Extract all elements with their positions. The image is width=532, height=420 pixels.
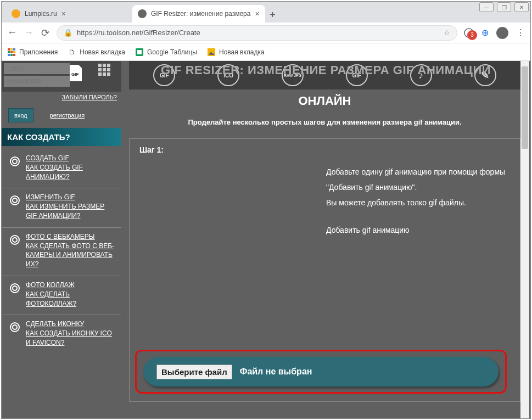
reload-button[interactable]: ⟳ — [40, 27, 50, 39]
password-input[interactable] — [4, 76, 70, 87]
window-controls: — ❐ ✕ — [479, 2, 529, 12]
bookmark-sheets[interactable]: Google Таблицы — [135, 48, 197, 57]
bookmark-label: Новая вкладка — [80, 48, 125, 56]
new-tab-button[interactable]: + — [265, 7, 281, 23]
forgot-password-link[interactable]: ЗАБЫЛИ ПАРОЛЬ? — [2, 92, 121, 103]
sidebar-list: СОЗДАТЬ GIFКАК СОЗДАТЬ GIF АНИМАЦИЮ? ИЗМ… — [2, 146, 121, 357]
login-input[interactable] — [4, 63, 70, 74]
bookmark-label: Приложения — [19, 48, 58, 56]
scrollbar[interactable] — [520, 61, 529, 418]
forward-button[interactable]: → — [24, 27, 33, 38]
extension-icon[interactable]: 3 — [464, 28, 474, 38]
sidebar-item-webcam[interactable]: ФОТО С ВЕБКАМЕРЫКАК СДЕЛАТЬ ФОТО С ВЕБ-К… — [2, 228, 121, 276]
login-box: GIF — [2, 61, 121, 92]
svg-rect-3 — [13, 48, 15, 51]
profile-avatar[interactable] — [496, 27, 508, 39]
svg-rect-21 — [98, 72, 102, 76]
bookmark-apps[interactable]: Приложения — [7, 48, 58, 57]
tab-bar: Lumpics.ru × GIF Resizer: изменение разм… — [2, 2, 530, 23]
sidebar: GIF ЗАБЫЛИ ПАРОЛЬ? вход регистрация КАК … — [2, 61, 121, 418]
svg-point-28 — [10, 236, 19, 244]
svg-rect-19 — [103, 68, 106, 71]
back-button[interactable]: ← — [7, 27, 17, 38]
svg-point-33 — [13, 325, 17, 329]
svg-point-30 — [10, 284, 19, 293]
sheets-icon — [135, 48, 144, 57]
svg-rect-6 — [13, 51, 15, 53]
page-subtitle: Проделайте несколько простых шагов для и… — [129, 118, 520, 126]
star-icon[interactable]: ☆ — [444, 29, 450, 37]
spiral-icon — [9, 234, 20, 245]
bookmark-label: Новая вкладка — [219, 48, 265, 56]
file-upload[interactable]: Выберите файл Файл не выбран — [143, 357, 499, 387]
sidebar-item-create-gif[interactable]: СОЗДАТЬ GIFКАК СОЗДАТЬ GIF АНИМАЦИЮ? — [2, 149, 121, 188]
spiral-icon — [9, 283, 20, 294]
maximize-button[interactable]: ❐ — [497, 2, 511, 12]
svg-rect-7 — [8, 54, 10, 56]
browser-tab-lumpics[interactable]: Lumpics.ru × — [6, 5, 132, 23]
svg-point-25 — [13, 159, 17, 164]
no-file-label: Файл не выбран — [240, 367, 312, 377]
spiral-icon — [9, 156, 20, 167]
close-tab-icon[interactable]: × — [255, 9, 259, 18]
page-bg-title: GIF RESIZER: ИЗМЕНЕНИЕ РАЗМЕРА GIF АНИМА… — [121, 63, 530, 77]
tab-title: GIF Resizer: изменение размера — [151, 10, 250, 18]
address-bar: ← → ⟳ 🔒 https://ru.toolson.net/GifResize… — [2, 23, 530, 43]
url-text: https://ru.toolson.net/GifResizer/Create — [77, 29, 200, 37]
svg-rect-8 — [10, 54, 13, 56]
main-content: GIF RESIZER: ИЗМЕНЕНИЕ РАЗМЕРА GIF АНИМА… — [121, 61, 530, 418]
grid-icon — [98, 64, 114, 79]
step-instructions: Добавьте одину gif анимацию при помощи ф… — [326, 164, 510, 238]
spiral-icon — [9, 195, 20, 206]
step-heading: Шаг 1: — [139, 145, 510, 154]
page-title-online: ОНЛАЙН — [129, 94, 520, 108]
svg-rect-2 — [10, 48, 13, 51]
svg-rect-4 — [8, 51, 10, 53]
register-link[interactable]: регистрация — [50, 108, 85, 122]
svg-rect-20 — [107, 68, 110, 71]
svg-rect-9 — [13, 54, 15, 56]
minimize-button[interactable]: — — [479, 2, 494, 12]
svg-rect-18 — [98, 68, 102, 71]
page-viewport: GIF ЗАБЫЛИ ПАРОЛЬ? вход регистрация КАК … — [2, 61, 530, 418]
login-button[interactable]: вход — [8, 108, 33, 122]
svg-point-27 — [13, 198, 17, 203]
svg-point-29 — [13, 238, 17, 242]
svg-rect-15 — [98, 64, 102, 67]
favicon-icon — [12, 9, 20, 18]
bookmark-label: Google Таблицы — [147, 48, 197, 56]
close-tab-icon[interactable]: × — [61, 9, 66, 18]
favicon-icon — [138, 9, 147, 18]
svg-rect-22 — [103, 72, 106, 76]
step1-box: Шаг 1: Добавьте одину gif анимацию при п… — [129, 138, 520, 402]
upload-highlight: Выберите файл Файл не выбран — [135, 350, 507, 394]
globe-icon[interactable]: ⊕ — [481, 27, 489, 38]
sidebar-header: КАК СОЗДАТЬ? — [2, 128, 121, 146]
tab-title: Lumpics.ru — [25, 10, 57, 18]
svg-rect-23 — [107, 72, 110, 76]
sidebar-item-collage[interactable]: ФОТО КОЛЛАЖКАК СДЕЛАТЬ ФОТОКОЛЛАЖ? — [2, 276, 121, 315]
scrollbar-thumb[interactable] — [522, 66, 528, 149]
svg-point-31 — [13, 286, 17, 290]
sidebar-item-icon[interactable]: СДЕЛАТЬ ИКОНКУКАК СОЗДАТЬ ИКОНКУ ICO И F… — [2, 315, 121, 354]
image-icon — [207, 48, 216, 57]
svg-rect-11 — [137, 50, 142, 54]
svg-rect-5 — [10, 51, 13, 53]
close-window-button[interactable]: ✕ — [514, 2, 529, 12]
bookmark-newtab2[interactable]: Новая вкладка — [207, 48, 265, 57]
svg-rect-16 — [103, 64, 106, 67]
sidebar-item-resize-gif[interactable]: ИЗМЕНИТЬ GIFКАК ИЗМЕНИТЬ РАЗМЕР GIF АНИМ… — [2, 188, 121, 227]
page-icon: 🗋 — [68, 48, 76, 57]
lock-icon: 🔒 — [64, 29, 72, 37]
browser-tab-gifresizer[interactable]: GIF Resizer: изменение размера × — [132, 5, 265, 23]
svg-point-24 — [10, 157, 19, 166]
spiral-icon — [9, 322, 20, 333]
svg-rect-1 — [8, 48, 10, 51]
menu-icon[interactable]: ⋮ — [516, 27, 525, 38]
svg-point-26 — [10, 196, 19, 205]
url-input[interactable]: 🔒 https://ru.toolson.net/GifResizer/Crea… — [57, 25, 457, 41]
svg-text:GIF: GIF — [71, 72, 79, 77]
choose-file-button[interactable]: Выберите файл — [156, 365, 232, 379]
svg-rect-17 — [107, 64, 110, 67]
bookmark-newtab1[interactable]: 🗋 Новая вкладка — [68, 48, 125, 57]
